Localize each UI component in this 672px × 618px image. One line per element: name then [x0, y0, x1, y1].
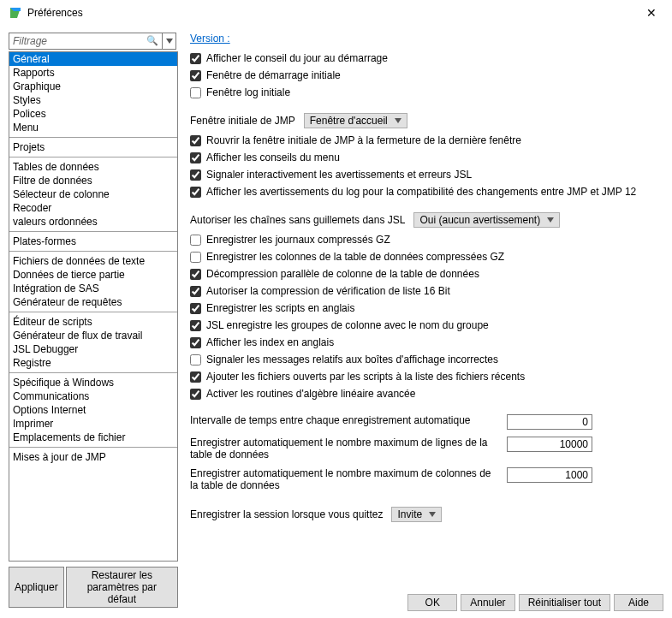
category-item[interactable]: Filtre de données	[9, 174, 177, 187]
save-gz-logs-checkbox[interactable]	[190, 235, 201, 246]
category-item[interactable]: Générateur de flux de travail	[9, 329, 177, 342]
app-icon	[9, 6, 22, 20]
show-index-english-checkbox[interactable]	[190, 337, 201, 348]
category-item[interactable]: Fichiers de données de texte	[9, 254, 177, 268]
category-item[interactable]: Mises à jour de JMP	[9, 450, 177, 464]
footer: OK Annuler Réinitialiser tout Aide	[0, 587, 672, 618]
report-bad-displaybox-label: Signaler les messages relatifs aux boîte…	[206, 354, 498, 365]
help-button[interactable]: Aide	[614, 594, 663, 611]
show-menu-tips-checkbox[interactable]	[190, 152, 201, 163]
category-item[interactable]: Éditeur de scripts	[9, 315, 177, 329]
save-gz-cols-label: Enregistrer les colonnes de la table de …	[206, 251, 504, 263]
category-item[interactable]: Rapports	[9, 66, 177, 80]
advanced-linalg-label: Activer les routines d'algèbre linéaire …	[206, 388, 415, 400]
svg-marker-2	[166, 39, 173, 44]
category-item[interactable]: Générateur de requêtes	[9, 295, 177, 309]
autosave-max-rows-input[interactable]	[507, 437, 592, 452]
parallel-decompression-checkbox[interactable]	[190, 269, 201, 280]
chevron-down-icon	[166, 39, 173, 44]
save-gz-logs-label: Enregistrer les journaux compressés GZ	[206, 234, 390, 246]
add-script-files-recents-label: Ajouter les fichiers ouverts par les scr…	[206, 371, 525, 383]
category-item[interactable]: Tables de données	[9, 160, 177, 174]
show-index-english-label: Afficher les index en anglais	[206, 336, 334, 348]
autosave-interval-label: Intervalle de temps entre chaque enregis…	[190, 414, 498, 426]
category-item[interactable]: Menu	[9, 121, 177, 134]
separator	[9, 157, 177, 157]
category-item[interactable]: valeurs ordonnées	[9, 215, 177, 229]
initial-log-window-label: Fenêtre log initiale	[206, 86, 290, 98]
reset-all-button[interactable]: Réinitialiser tout	[519, 594, 610, 611]
unquoted-strings-value: Oui (aucun avertissement)	[419, 214, 540, 226]
filter-placeholder: Filtrage	[13, 35, 47, 47]
category-list[interactable]: GénéralRapportsGraphiqueStylesPolicesMen…	[9, 51, 178, 562]
show-tip-of-day-label: Afficher le conseil du jour au démarrage	[206, 52, 388, 64]
category-item[interactable]: Sélecteur de colonne	[9, 187, 177, 201]
save-gz-cols-checkbox[interactable]	[190, 252, 201, 263]
chevron-down-icon	[547, 217, 554, 223]
category-item[interactable]: Projets	[9, 140, 177, 154]
category-item[interactable]: Registre	[9, 356, 177, 370]
allow-16bit-listcheck-checkbox[interactable]	[190, 286, 201, 297]
category-item[interactable]: Styles	[9, 93, 177, 107]
show-log-warnings-checkbox[interactable]	[190, 187, 201, 198]
parallel-decompression-label: Décompression parallèle de colonne de la…	[206, 268, 479, 280]
save-session-select[interactable]: Invite	[391, 507, 442, 522]
category-item[interactable]: Communications	[9, 389, 177, 403]
save-scripts-english-label: Enregistrer les scripts en anglais	[206, 302, 354, 314]
save-scripts-english-checkbox[interactable]	[190, 303, 201, 314]
category-item[interactable]: Spécifique à Windows	[9, 376, 177, 389]
show-log-warnings-label: Afficher les avertissements du log pour …	[206, 186, 636, 198]
separator	[9, 231, 177, 232]
window-title: Préférences	[27, 7, 639, 19]
category-item[interactable]: Plates-formes	[9, 235, 177, 248]
initial-jmp-window-select[interactable]: Fenêtre d'accueil	[304, 113, 407, 128]
category-item[interactable]: Polices	[9, 107, 177, 121]
category-item[interactable]: Options Internet	[9, 403, 177, 417]
separator	[9, 251, 177, 252]
filter-input[interactable]: Filtrage 🔍	[9, 33, 163, 50]
category-item[interactable]: Graphique	[9, 80, 177, 93]
category-item[interactable]: Emplacements de fichier	[9, 431, 177, 444]
show-tip-of-day-checkbox[interactable]	[190, 53, 201, 64]
ok-button[interactable]: OK	[407, 594, 457, 611]
version-link[interactable]: Version :	[190, 33, 660, 45]
category-item[interactable]: JSL Debugger	[9, 342, 177, 356]
category-item[interactable]: Général	[9, 52, 177, 66]
category-item[interactable]: Imprimer	[9, 417, 177, 431]
reopen-initial-window-checkbox[interactable]	[190, 135, 201, 146]
separator	[9, 447, 177, 448]
separator	[9, 137, 177, 138]
separator	[9, 312, 177, 312]
autosave-max-cols-input[interactable]	[507, 467, 592, 483]
unquoted-strings-select[interactable]: Oui (aucun avertissement)	[413, 212, 560, 228]
initial-jmp-window-value: Fenêtre d'accueil	[310, 115, 388, 127]
category-item[interactable]: Intégration de SAS	[9, 282, 177, 295]
save-session-label: Enregistrer la session lorsque vous quit…	[190, 508, 383, 520]
report-jsl-errors-checkbox[interactable]	[190, 169, 201, 181]
initial-log-window-checkbox[interactable]	[190, 87, 201, 98]
search-icon: 🔍	[146, 35, 158, 46]
titlebar: Préférences ✕	[0, 0, 672, 26]
jsl-save-col-groups-checkbox[interactable]	[190, 320, 201, 331]
svg-marker-4	[547, 217, 554, 223]
report-bad-displaybox-checkbox[interactable]	[190, 354, 201, 365]
chevron-down-icon	[395, 118, 401, 123]
unquoted-strings-label: Autoriser les chaînes sans guillemets da…	[190, 214, 405, 226]
jsl-save-col-groups-label: JSL enregistre les groupes de colonne av…	[206, 319, 489, 331]
category-item[interactable]: Recoder	[9, 201, 177, 215]
initial-splash-window-checkbox[interactable]	[190, 70, 201, 81]
allow-16bit-listcheck-label: Autoriser la compression de vérification…	[206, 285, 450, 297]
add-script-files-recents-checkbox[interactable]	[190, 371, 201, 383]
save-session-value: Invite	[397, 508, 422, 520]
cancel-button[interactable]: Annuler	[461, 594, 514, 611]
filter-dropdown-button[interactable]	[163, 33, 176, 50]
close-icon[interactable]: ✕	[639, 6, 663, 20]
svg-marker-3	[395, 118, 401, 123]
show-menu-tips-label: Afficher les conseils du menu	[206, 152, 340, 163]
advanced-linalg-checkbox[interactable]	[190, 389, 201, 400]
autosave-max-rows-label: Enregistrer automatiquement le nombre ma…	[190, 437, 498, 461]
initial-splash-window-label: Fenêtre de démarrage initiale	[206, 69, 341, 81]
report-jsl-errors-label: Signaler interactivement les avertisseme…	[206, 169, 472, 181]
category-item[interactable]: Données de tierce partie	[9, 268, 177, 282]
autosave-interval-input[interactable]	[507, 414, 592, 430]
